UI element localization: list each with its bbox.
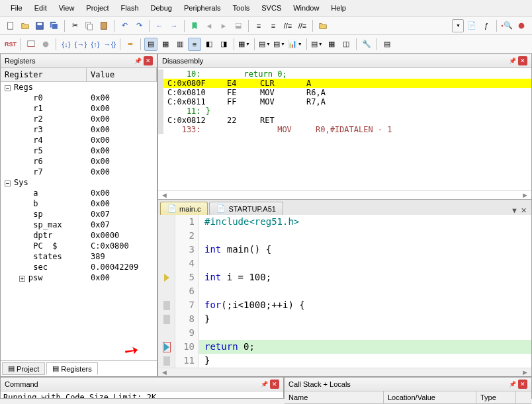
- reg-row[interactable]: sec0.00042209: [1, 262, 157, 272]
- reg-row[interactable]: r60x00: [1, 156, 157, 167]
- cut-icon[interactable]: ✂: [68, 19, 81, 32]
- menu-window[interactable]: Window: [288, 3, 324, 13]
- editor-tab-startup-a51[interactable]: 📄STARTUP.A51: [209, 202, 283, 215]
- watch-window-icon[interactable]: ◨: [217, 38, 230, 51]
- run-to-line-icon[interactable]: →{}: [103, 38, 116, 51]
- tree-toggle[interactable]: −: [5, 85, 11, 91]
- save-all-icon[interactable]: [48, 19, 61, 32]
- disasm-line[interactable]: C:0x080FE4CLRA: [158, 79, 531, 88]
- new-file-icon[interactable]: [4, 19, 17, 32]
- command-window-icon[interactable]: ▤: [144, 38, 157, 51]
- disassembly-content[interactable]: 10: return 0;C:0x080FE4CLRAC:0x0810FEMOV…: [158, 68, 531, 190]
- step-over-icon[interactable]: {→}: [74, 38, 87, 51]
- indent-icon[interactable]: ≡: [252, 19, 265, 32]
- reg-row[interactable]: dptr0x0000: [1, 230, 157, 241]
- tab-close-icon[interactable]: ✕: [521, 206, 527, 215]
- symbols-window-icon[interactable]: ▥: [173, 38, 187, 51]
- reg-row[interactable]: sp0x07: [1, 209, 157, 220]
- editor-line[interactable]: 5 int i = 100;: [158, 270, 531, 284]
- paste-icon[interactable]: [97, 19, 111, 32]
- run-icon[interactable]: [24, 38, 38, 51]
- tree-toggle[interactable]: +: [19, 276, 25, 282]
- instruction-trace-icon[interactable]: ◫: [339, 38, 353, 51]
- menu-file[interactable]: File: [5, 3, 28, 13]
- disasm-line[interactable]: C:0x0811FFMOVR7,A: [158, 97, 531, 106]
- disasm-line[interactable]: 11: }: [158, 106, 531, 116]
- command-output[interactable]: Running with Code Size Limit: 2K: [1, 391, 283, 398]
- save-icon[interactable]: [33, 19, 46, 32]
- bookmark-icon[interactable]: [188, 19, 201, 32]
- reg-row[interactable]: r70x00: [1, 167, 157, 177]
- locals-col-location-value[interactable]: Location/Value: [384, 391, 476, 403]
- reg-row[interactable]: a0x00: [1, 188, 157, 198]
- bookmark-next-icon[interactable]: ►: [217, 19, 230, 32]
- reg-row[interactable]: r00x00: [1, 93, 157, 103]
- comment-icon[interactable]: //≡: [281, 19, 294, 32]
- disasm-line[interactable]: C:0x0810FEMOVR6,A: [158, 88, 531, 97]
- menu-edit[interactable]: Edit: [29, 3, 52, 13]
- tab-menu-icon[interactable]: ▼: [511, 206, 518, 215]
- registers-window-icon[interactable]: ≡: [188, 38, 201, 51]
- pin-icon[interactable]: 📌: [508, 56, 517, 65]
- nav-fwd-icon[interactable]: →: [167, 19, 181, 32]
- menu-svcs[interactable]: SVCS: [256, 3, 287, 13]
- tab-registers[interactable]: ▤Registers: [46, 362, 97, 375]
- disasm-window-icon[interactable]: ▦: [159, 38, 172, 51]
- menu-tools[interactable]: Tools: [228, 3, 255, 13]
- reg-row[interactable]: PC $C:0x0800: [1, 241, 157, 251]
- reg-row[interactable]: sp_max0x07: [1, 220, 157, 230]
- reg-row[interactable]: r20x00: [1, 114, 157, 124]
- breakpoint-icon[interactable]: [515, 19, 528, 32]
- nav-back-icon[interactable]: ←: [153, 19, 166, 32]
- toolbox-icon[interactable]: ▤▼: [310, 38, 324, 51]
- close-icon[interactable]: ✕: [518, 56, 527, 65]
- reg-header-value[interactable]: Value: [87, 68, 157, 81]
- books-icon[interactable]: 📄: [465, 19, 478, 32]
- show-next-icon[interactable]: ➨: [124, 38, 137, 51]
- debug-settings-icon[interactable]: ▤: [380, 38, 394, 51]
- reset-icon[interactable]: RST: [4, 38, 17, 51]
- close-icon[interactable]: ✕: [270, 380, 279, 389]
- close-icon[interactable]: ✕: [518, 380, 527, 389]
- reg-row[interactable]: r40x00: [1, 135, 157, 145]
- function-icon[interactable]: ƒ: [480, 19, 493, 32]
- copy-icon[interactable]: [83, 19, 96, 32]
- pin-icon[interactable]: 📌: [508, 380, 517, 389]
- pin-icon[interactable]: 📌: [133, 56, 142, 65]
- menu-peripherals[interactable]: Peripherals: [179, 3, 226, 13]
- step-out-icon[interactable]: {↑}: [89, 38, 102, 51]
- scroll-right-icon[interactable]: ►: [521, 368, 529, 376]
- editor-line[interactable]: 10 return 0;: [158, 340, 531, 354]
- disasm-line[interactable]: C:0x081222RET: [158, 116, 531, 125]
- bookmark-prev-icon[interactable]: ◄: [202, 19, 216, 32]
- editor-line[interactable]: 11}: [158, 354, 531, 368]
- debug-icon[interactable]: 🔍: [500, 19, 513, 32]
- callstack-window-icon[interactable]: ◧: [202, 38, 216, 51]
- open-icon[interactable]: [19, 19, 32, 32]
- bookmark-clear-icon[interactable]: ⬓: [232, 19, 245, 32]
- editor-line[interactable]: 6: [158, 284, 531, 298]
- reg-row[interactable]: states389: [1, 251, 157, 262]
- editor-line[interactable]: 2: [158, 229, 531, 243]
- reg-row[interactable]: r30x00: [1, 124, 157, 135]
- close-icon[interactable]: ✕: [144, 56, 153, 65]
- editor-line[interactable]: 1#include<reg51.h>: [158, 215, 531, 229]
- menu-flash[interactable]: Flash: [116, 3, 144, 13]
- scroll-left-icon[interactable]: ◄: [161, 191, 168, 199]
- memory-window-icon[interactable]: ▦▼: [238, 38, 251, 51]
- trace-window-icon[interactable]: 📊▼: [287, 38, 303, 51]
- locals-col-name[interactable]: Name: [285, 391, 384, 403]
- scroll-left-icon[interactable]: ◄: [161, 368, 168, 376]
- reg-row[interactable]: +psw0x00: [1, 272, 157, 283]
- stop-icon[interactable]: [39, 38, 52, 51]
- editor-line[interactable]: 8 }: [158, 312, 531, 326]
- editor-tab-main-c[interactable]: 📄main.c: [160, 202, 208, 215]
- find-icon[interactable]: [316, 19, 330, 32]
- reg-row[interactable]: r50x00: [1, 145, 157, 156]
- outdent-icon[interactable]: ≡: [267, 19, 280, 32]
- scroll-right-icon[interactable]: ►: [521, 191, 529, 199]
- reg-header-name[interactable]: Register: [1, 68, 87, 81]
- tree-toggle[interactable]: −: [5, 181, 11, 186]
- config-dropdown[interactable]: ▼: [452, 19, 464, 32]
- locals-col-type[interactable]: Type: [476, 391, 516, 403]
